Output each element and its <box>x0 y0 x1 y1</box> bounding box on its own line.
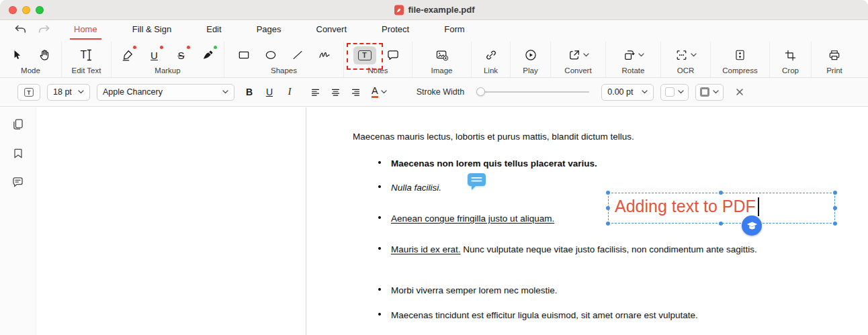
highlighter-icon <box>121 48 134 62</box>
group-label-crop: Crop <box>782 66 799 75</box>
selection-handle[interactable] <box>719 191 723 195</box>
selection-handle[interactable] <box>833 222 837 226</box>
font-family-dropdown[interactable]: Apple Chancery <box>97 84 234 101</box>
stroke-width-slider[interactable] <box>476 91 589 93</box>
text-annotation-box[interactable]: Adding text to PDF <box>608 193 835 224</box>
group-label-markup: Markup <box>155 66 180 75</box>
tab-home[interactable]: Home <box>70 20 101 40</box>
highlighter-tool[interactable] <box>118 46 138 64</box>
crop-tool[interactable] <box>781 46 801 64</box>
text-color-dropdown[interactable]: A <box>372 86 387 99</box>
ocr-dropdown[interactable] <box>675 48 697 62</box>
tool-highlight-dashed-box <box>347 43 383 70</box>
align-center-button[interactable] <box>327 84 343 100</box>
align-left-icon <box>310 87 320 97</box>
tab-pages[interactable]: Pages <box>253 20 286 40</box>
bookmarks-button[interactable] <box>9 144 27 162</box>
selection-handle[interactable] <box>719 222 723 226</box>
traffic-lights <box>0 6 44 14</box>
border-color-dropdown[interactable] <box>695 84 724 101</box>
link-tool[interactable] <box>481 46 501 64</box>
group-label-edit-text: Edit Text <box>72 66 101 75</box>
redo-icon[interactable] <box>38 24 51 36</box>
marker-tool[interactable] <box>198 46 218 64</box>
font-size-dropdown[interactable]: 18 pt <box>47 84 90 101</box>
italic-button[interactable]: I <box>281 84 298 100</box>
list-item: Mauris id ex erat. Nunc vulputate neque … <box>378 242 824 257</box>
insert-image-icon <box>435 48 449 62</box>
line-shape-tool[interactable] <box>288 46 308 64</box>
note-annotation[interactable] <box>467 173 487 191</box>
underline-markup-tool[interactable]: U <box>144 46 165 64</box>
chevron-down-icon <box>713 90 719 94</box>
align-left-button[interactable] <box>307 84 323 100</box>
tab-edit-label: Edit <box>206 24 221 34</box>
rectangle-shape-tool[interactable] <box>234 46 254 64</box>
chevron-down-icon <box>642 90 648 94</box>
selection-handle[interactable] <box>833 206 837 210</box>
undo-icon[interactable] <box>13 24 27 36</box>
hand-tool[interactable] <box>34 46 54 64</box>
toolbar-group-mode: Mode <box>0 42 62 77</box>
toolbar-group-edit-text: T Edit Text <box>62 42 112 77</box>
tab-fill-sign[interactable]: Fill & Sign <box>128 20 176 40</box>
ai-assistant-button[interactable] <box>742 216 762 236</box>
play-tool[interactable] <box>521 46 541 64</box>
zoom-button[interactable] <box>36 6 44 14</box>
bullet-dot <box>378 161 381 164</box>
minimize-button[interactable] <box>22 6 30 14</box>
align-right-button[interactable] <box>347 84 363 100</box>
list-item-text: Maecenas tincidunt est efficitur ligula … <box>391 308 698 323</box>
select-cursor-tool[interactable] <box>7 46 28 64</box>
annotation-text[interactable]: Adding text to PDF <box>615 197 756 216</box>
annotations-button[interactable] <box>9 173 27 191</box>
group-label-ocr: OCR <box>677 66 695 75</box>
stroke-width-dropdown[interactable]: 0.00 pt <box>601 84 654 101</box>
bullet-dot <box>378 247 381 250</box>
selection-handle[interactable] <box>606 206 610 210</box>
chevron-down-icon <box>583 53 589 57</box>
selection-handle[interactable] <box>606 222 610 226</box>
group-label-image: Image <box>431 66 453 75</box>
list-item-text: Aenean congue fringilla justo ut aliquam… <box>391 211 554 226</box>
insert-image-tool[interactable] <box>432 46 452 64</box>
group-label-print: Print <box>826 66 842 75</box>
note-comment-tool[interactable] <box>383 46 403 64</box>
print-icon <box>828 48 841 62</box>
group-label-mode: Mode <box>21 66 40 75</box>
close-button[interactable] <box>9 6 17 14</box>
tab-protect[interactable]: Protect <box>378 20 413 40</box>
selection-handle[interactable] <box>833 191 837 195</box>
edit-text-tool[interactable]: T <box>75 46 99 64</box>
tab-convert[interactable]: Convert <box>312 20 351 40</box>
selection-handle[interactable] <box>606 191 610 195</box>
list-item-text: Morbi viverra semper lorem nec molestie. <box>391 283 558 298</box>
convert-dropdown[interactable] <box>568 48 589 62</box>
compress-tool[interactable] <box>730 46 750 64</box>
tab-form[interactable]: Form <box>440 20 468 40</box>
rotate-dropdown[interactable] <box>623 48 644 62</box>
text-format-bar: T 18 pt Apple Chancery B U I A Stroke Wi… <box>0 78 868 107</box>
freehand-shape-tool[interactable] <box>314 46 335 64</box>
fill-color-dropdown[interactable] <box>660 84 689 101</box>
text-box-tool[interactable]: T <box>353 46 376 64</box>
ribbon-tabs: Home Fill & Sign Edit Pages Convert Prot… <box>64 20 469 40</box>
bullet-dot <box>378 313 381 316</box>
strikeout-markup-tool[interactable]: S <box>171 46 191 64</box>
convert-icon <box>568 48 581 62</box>
underline-label: U <box>266 87 273 97</box>
slider-knob[interactable] <box>476 87 485 96</box>
print-tool[interactable] <box>824 46 844 64</box>
tab-pages-label: Pages <box>257 24 281 34</box>
group-label-link: Link <box>484 66 498 75</box>
underline-button[interactable]: U <box>261 84 277 100</box>
close-format-bar-button[interactable] <box>733 85 746 99</box>
text-cursor-icon <box>87 49 92 61</box>
page-thumbnails-button[interactable] <box>9 115 27 133</box>
list-item: Maecenas non lorem quis tellus placerat … <box>378 156 597 171</box>
bold-button[interactable]: B <box>241 84 257 100</box>
annotations-icon <box>11 175 25 189</box>
tab-home-label: Home <box>74 24 97 34</box>
ellipse-shape-tool[interactable] <box>261 46 281 64</box>
tab-edit[interactable]: Edit <box>202 20 225 40</box>
